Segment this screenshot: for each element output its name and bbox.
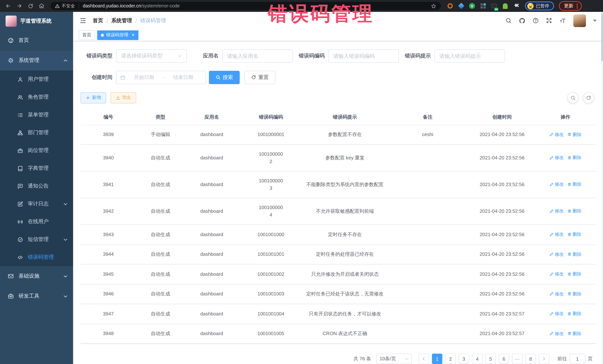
sidebar-item-error-code[interactable]: 错误码管理 <box>0 248 73 266</box>
extension-switch-icon[interactable]: on <box>491 3 497 9</box>
sidebar-item-menus[interactable]: 菜单管理 <box>0 106 73 124</box>
edit-link[interactable]: 修改 <box>550 290 564 298</box>
tab-home[interactable]: 首页 <box>79 30 95 40</box>
tab-close-icon[interactable]: ✕ <box>131 33 135 37</box>
page-button-1[interactable]: 1 <box>432 354 442 364</box>
browser-reload-button[interactable] <box>26 1 35 10</box>
sidebar-item-notices[interactable]: 通知公告 <box>0 177 73 195</box>
delete-link[interactable]: 删除 <box>567 231 581 238</box>
sidebar-item-label: 岗位管理 <box>28 147 68 154</box>
page-button-4[interactable]: 4 <box>472 354 482 364</box>
delete-link[interactable]: 删除 <box>567 154 581 161</box>
date-start-input[interactable]: 开始日期 <box>126 74 163 81</box>
scrollbar-thumb[interactable] <box>601 13 603 61</box>
edit-link[interactable]: 修改 <box>550 181 564 188</box>
reset-button[interactable]: 重置 <box>244 71 275 84</box>
edit-link[interactable]: 修改 <box>550 207 564 215</box>
app-title: 芋道管理系统 <box>20 18 52 24</box>
next-page-button[interactable] <box>539 354 549 364</box>
extension-on-badge: on <box>494 8 498 11</box>
page-button-3[interactable]: 3 <box>459 354 469 364</box>
delete-link[interactable]: 删除 <box>567 290 581 298</box>
github-icon[interactable] <box>519 17 525 24</box>
browser-forward-button[interactable] <box>15 1 24 10</box>
edit-link[interactable]: 修改 <box>550 330 564 337</box>
extension-gem-icon[interactable] <box>458 3 464 9</box>
edit-link[interactable]: 修改 <box>550 270 564 278</box>
date-end-input[interactable]: 结束日期 <box>164 74 202 81</box>
delete-link[interactable]: 删除 <box>567 250 581 258</box>
browser-menu-icon[interactable] <box>577 3 578 8</box>
edit-link[interactable]: 修改 <box>550 231 564 238</box>
sidebar-item-dictionary[interactable]: 字典管理 <box>0 159 73 177</box>
sidebar-item-departments[interactable]: 部门管理 <box>0 124 73 142</box>
page-button-8[interactable]: 8 <box>525 354 536 364</box>
error-type-select[interactable]: 请选择错误码类型 <box>116 49 187 62</box>
sidebar-item-users[interactable]: 用户管理 <box>0 70 73 88</box>
sidebar-item-posts[interactable]: 岗位管理 <box>0 142 73 159</box>
edit-link[interactable]: 修改 <box>550 154 564 161</box>
export-button[interactable]: 导出 <box>111 92 136 103</box>
user-avatar[interactable] <box>573 14 586 27</box>
delete-link[interactable]: 删除 <box>567 131 581 138</box>
browser-extensions: V on <box>447 3 520 9</box>
sidebar-item-dev-tools[interactable]: 研发工具 <box>0 286 73 306</box>
font-size-icon[interactable] <box>559 18 566 24</box>
cell-id: 3941 <box>81 171 136 198</box>
extension-orange-icon[interactable] <box>447 3 453 9</box>
delete-link[interactable]: 删除 <box>567 181 581 188</box>
page-size-select[interactable]: 10条/页 <box>376 354 412 364</box>
table-row: 3948 自动生成 dashboard 1001001005 CRON 表达式不… <box>81 324 596 344</box>
edit-link[interactable]: 修改 <box>550 131 564 138</box>
delete-link[interactable]: 删除 <box>567 207 581 215</box>
help-icon[interactable] <box>533 18 539 24</box>
sidebar-item-audit-log[interactable]: 审计日志 <box>0 195 73 213</box>
extension-vue-devtools-icon[interactable]: V <box>469 3 475 9</box>
delete-link[interactable]: 删除 <box>567 310 581 317</box>
date-range-picker[interactable]: 开始日期 - 结束日期 <box>116 71 206 84</box>
sidebar-fold-button[interactable] <box>79 17 86 24</box>
error-code-input[interactable] <box>328 49 399 62</box>
sidebar-item-roles[interactable]: 角色管理 <box>0 88 73 106</box>
delete-link[interactable]: 删除 <box>567 330 581 337</box>
page-ellipsis-button[interactable]: ··· <box>512 354 522 364</box>
refresh-table-button[interactable] <box>583 92 594 103</box>
edit-link[interactable]: 修改 <box>550 310 564 317</box>
search-icon[interactable] <box>505 18 512 24</box>
window-scrollbar[interactable] <box>601 12 603 364</box>
edit-link[interactable]: 修改 <box>550 250 564 258</box>
app-name-input[interactable] <box>222 49 293 62</box>
fullscreen-icon[interactable] <box>546 18 552 24</box>
browser-back-button[interactable] <box>4 1 13 10</box>
avatar-caret-icon[interactable] <box>593 20 597 22</box>
goto-page-input[interactable] <box>570 354 585 364</box>
browser-profile-button[interactable]: 已暂停 <box>525 1 554 10</box>
sidebar-item-online-users[interactable]: 在线用户 <box>0 213 73 231</box>
url-bar[interactable]: 不安全 dashboard.yudao.iocoder.cn /system/e… <box>50 2 441 10</box>
browser-update-button[interactable]: 更新 <box>559 1 582 11</box>
breadcrumb-home[interactable]: 首页 <box>93 17 103 24</box>
extension-grid-icon[interactable] <box>480 3 486 9</box>
error-msg-input[interactable] <box>435 49 505 62</box>
extensions-puzzle-icon[interactable] <box>513 3 520 9</box>
page-button-5[interactable]: 5 <box>485 354 496 364</box>
prev-page-button[interactable] <box>418 354 429 364</box>
page-button-6[interactable]: 6 <box>499 354 509 364</box>
column-header: 应用名 <box>185 109 239 125</box>
search-button[interactable]: 搜索 <box>209 71 240 84</box>
breadcrumb-system[interactable]: 系统管理 <box>111 17 132 24</box>
sidebar-item-system[interactable]: 系统管理 <box>0 50 73 70</box>
extension-green-icon[interactable] <box>502 3 508 9</box>
toggle-search-button[interactable] <box>567 92 579 103</box>
page-button-2[interactable]: 2 <box>445 354 456 364</box>
sidebar-item-home[interactable]: 首页 <box>0 30 73 50</box>
delete-link[interactable]: 删除 <box>567 270 581 278</box>
browser-home-button[interactable] <box>37 1 46 10</box>
cell-id: 3942 <box>81 198 136 225</box>
sidebar-item-sms[interactable]: 短信管理 <box>0 231 73 248</box>
sidebar-item-infrastructure[interactable]: 基础设施 <box>0 266 73 286</box>
tab-error-code[interactable]: 错误码管理 ✕ <box>97 30 139 40</box>
add-button[interactable]: 新增 <box>81 92 106 103</box>
infrastructure-icon <box>8 273 14 279</box>
bookmark-star-icon[interactable] <box>431 3 436 9</box>
